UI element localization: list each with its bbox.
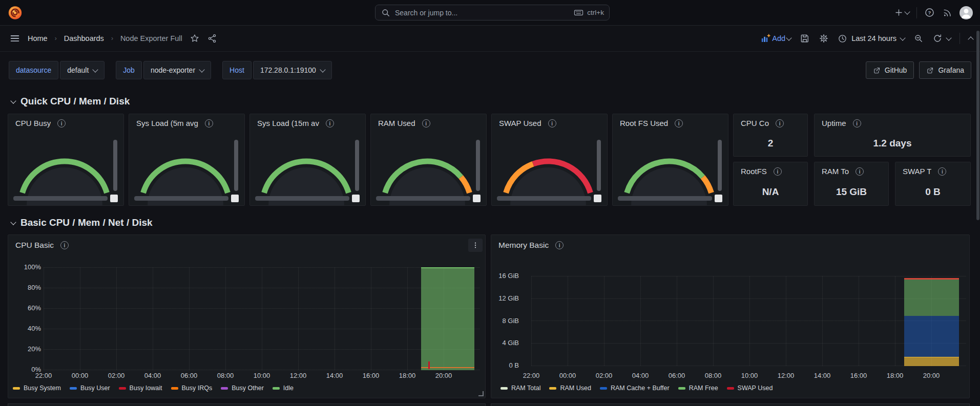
dashboard-settings-button[interactable] (819, 33, 829, 44)
stat-value: 1.2 days (815, 134, 970, 153)
info-icon[interactable]: i (326, 119, 334, 127)
panel-horizontal-scrollbar[interactable] (134, 196, 228, 201)
dashboard-toolbar: Add Last 24 hours (760, 26, 973, 51)
panel-resize-handle[interactable] (478, 391, 484, 396)
info-icon[interactable]: i (205, 119, 213, 127)
panel-title: RAM Used (378, 119, 415, 127)
next-row-panel-edge (491, 403, 970, 406)
legend-item[interactable]: Busy System (13, 384, 61, 392)
info-icon[interactable]: i (555, 241, 564, 249)
variable-label-host: Host (222, 61, 252, 79)
panel-vertical-scrollbar[interactable] (113, 140, 117, 191)
collapse-toolbar-icon[interactable] (968, 36, 973, 42)
row-quick-cpu-mem-disk[interactable]: Quick CPU / Mem / Disk (11, 96, 130, 107)
y-axis-tick: 60% (14, 305, 41, 312)
share-icon[interactable] (207, 33, 217, 44)
cpu-plot-area[interactable] (44, 267, 480, 370)
new-button[interactable] (894, 8, 909, 17)
panel-rootfs-total: RootFSi N/A (733, 162, 808, 206)
panel-title: Sys Load (15m av (257, 119, 319, 127)
y-axis-tick: 4 GiB (492, 339, 519, 347)
zoom-out-button[interactable] (913, 33, 924, 44)
save-dashboard-button[interactable] (800, 33, 810, 44)
legend-item[interactable]: SWAP Used (727, 384, 773, 392)
memory-plot-area[interactable] (531, 276, 966, 366)
panel-vertical-scrollbar[interactable] (718, 140, 722, 191)
variable-value-host[interactable]: 172.28.0.1:19100 (253, 61, 332, 79)
row-basic-cpu-mem-net-disk[interactable]: Basic CPU / Mem / Net / Disk (11, 217, 153, 228)
info-icon[interactable]: i (675, 119, 683, 127)
legend-item[interactable]: Idle (273, 384, 294, 392)
legend-item[interactable]: RAM Cache + Buffer (600, 384, 670, 392)
x-axis-tick: 14:00 (319, 372, 350, 379)
time-range-picker[interactable]: Last 24 hours (838, 34, 905, 44)
menu-toggle-icon[interactable] (9, 33, 20, 44)
news-rss-button[interactable] (942, 8, 952, 18)
legend-item[interactable]: RAM Used (549, 384, 591, 392)
legend-swatch (171, 387, 178, 390)
panel-vertical-scrollbar[interactable] (355, 140, 359, 191)
variable-value-datasource[interactable]: default (60, 61, 105, 79)
grafana-logo[interactable] (7, 5, 23, 20)
section-title: Basic CPU / Mem / Net / Disk (20, 217, 153, 228)
scrollbar-thumb[interactable] (715, 195, 722, 202)
panel-horizontal-scrollbar[interactable] (376, 196, 470, 201)
panel-swap-used: SWAP Usedi (491, 114, 608, 206)
legend-item[interactable]: Busy Iowait (119, 384, 162, 392)
panel-title: CPU Basic (15, 241, 54, 250)
panel-horizontal-scrollbar[interactable] (497, 196, 591, 201)
refresh-button[interactable] (932, 33, 951, 44)
legend-item[interactable]: Busy IRQs (171, 384, 213, 392)
page-scrollbar[interactable] (976, 31, 979, 220)
breadcrumb-home[interactable]: Home (28, 34, 48, 42)
panel-horizontal-scrollbar[interactable] (618, 196, 712, 201)
legend-swatch (549, 387, 556, 390)
breadcrumb-dashboards[interactable]: Dashboards (64, 34, 104, 42)
info-icon[interactable]: i (548, 119, 556, 127)
clock-icon (838, 34, 847, 44)
panel-vertical-scrollbar[interactable] (476, 140, 480, 191)
legend-swatch (600, 387, 607, 390)
info-icon[interactable]: i (856, 167, 864, 176)
scrollbar-thumb[interactable] (110, 195, 118, 202)
x-axis-tick: 20:00 (916, 372, 947, 379)
stat-value: N/A (734, 182, 807, 202)
grafana-link-button[interactable]: Grafana (919, 61, 971, 79)
user-avatar[interactable] (960, 6, 973, 19)
scrollbar-thumb[interactable] (231, 195, 239, 202)
star-icon[interactable] (190, 33, 200, 44)
y-axis-tick: 8 GiB (492, 317, 519, 325)
add-panel-button[interactable]: Add (760, 33, 791, 44)
help-button[interactable]: ? (924, 7, 935, 18)
scrollbar-thumb[interactable] (594, 195, 601, 202)
github-link-button[interactable]: GitHub (866, 61, 914, 79)
info-icon[interactable]: i (776, 119, 784, 127)
info-icon[interactable]: i (938, 167, 946, 176)
chevron-down-icon (786, 35, 791, 40)
memory-ram-cache-buffer-series (904, 316, 959, 357)
stat-value: 0 B (895, 182, 970, 202)
info-icon[interactable]: i (774, 167, 782, 176)
panel-title: RootFS (741, 167, 767, 176)
panel-vertical-scrollbar[interactable] (597, 140, 601, 191)
info-icon[interactable]: i (853, 119, 861, 127)
breadcrumb-separator: › (111, 35, 113, 42)
info-icon[interactable]: i (60, 241, 69, 249)
x-axis-tick: 08:00 (210, 372, 241, 379)
info-icon[interactable]: i (57, 119, 66, 127)
search-input[interactable]: Search or jump to... ctrl+k (375, 5, 610, 20)
panel-horizontal-scrollbar[interactable] (255, 196, 349, 201)
info-icon[interactable]: i (422, 119, 430, 127)
legend-item[interactable]: Busy User (70, 384, 110, 392)
panel-horizontal-scrollbar[interactable] (13, 196, 108, 201)
variable-value-job[interactable]: node-exporter (143, 61, 211, 79)
scrollbar-thumb[interactable] (352, 195, 360, 202)
legend-item[interactable]: Busy Other (221, 384, 264, 392)
panel-menu-kebab-icon[interactable] (468, 239, 483, 252)
panel-vertical-scrollbar[interactable] (234, 140, 238, 191)
x-axis-tick: 08:00 (698, 372, 728, 379)
scrollbar-thumb[interactable] (473, 195, 481, 202)
legend-item[interactable]: RAM Free (678, 384, 718, 392)
legend-item[interactable]: RAM Total (501, 384, 540, 392)
y-axis-tick: 16 GiB (492, 272, 519, 280)
